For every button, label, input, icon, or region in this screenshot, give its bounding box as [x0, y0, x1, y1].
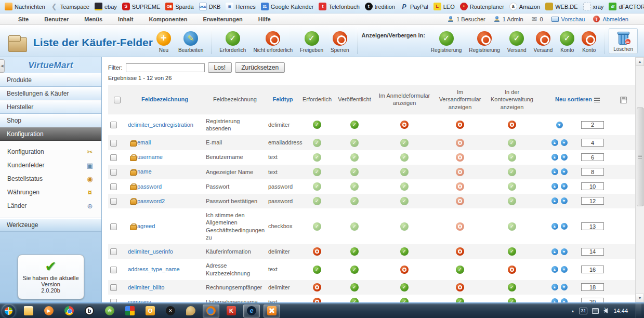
col-field[interactable]: Feldbezeichnung	[126, 85, 204, 114]
published-icon[interactable]	[400, 283, 409, 292]
bookmark-amazon[interactable]: aAmazon	[507, 2, 543, 11]
menu-inhalt[interactable]: Inhalt	[110, 16, 141, 22]
bookmark-google-kalender[interactable]: 31Google Kalender	[258, 2, 317, 11]
published-icon[interactable]	[313, 222, 321, 231]
toolbar-button-bearbeiten[interactable]: Bearbeiten	[175, 30, 207, 54]
order-input[interactable]	[581, 168, 604, 176]
row-checkbox[interactable]	[110, 248, 117, 255]
filter-input[interactable]	[126, 63, 205, 72]
taskbar-icon-emule[interactable]: e	[243, 304, 260, 317]
published-icon[interactable]	[400, 298, 409, 302]
published-icon[interactable]	[400, 197, 409, 205]
unpublished-icon[interactable]	[456, 283, 464, 292]
published-icon[interactable]	[508, 247, 516, 256]
bookmark-leo[interactable]: LLEO	[431, 2, 457, 11]
row-checkbox[interactable]	[110, 299, 117, 302]
toolbar-button-neu[interactable]: Neu	[153, 30, 175, 54]
order-input[interactable]	[581, 298, 604, 302]
published-icon[interactable]	[508, 182, 516, 191]
unpublished-icon[interactable]	[456, 139, 464, 147]
col-reorder[interactable]: Neu sortieren	[538, 85, 616, 114]
taskbar-icon-b-app[interactable]: b	[81, 304, 98, 317]
bookmark-ebay[interactable]: ebay	[92, 2, 120, 11]
row-checkbox[interactable]	[110, 198, 117, 205]
bookmark-xray[interactable]: xray	[581, 2, 607, 11]
sidebar-subitem-w-hrungen[interactable]: Währungen¤	[0, 186, 101, 199]
menu-site[interactable]: Site	[10, 16, 36, 22]
move-down-button[interactable]: ▼	[561, 284, 568, 290]
start-button[interactable]	[2, 304, 16, 318]
bookmark-routenplaner[interactable]: •Routenplaner	[457, 2, 507, 11]
taskbar-icon-explorer[interactable]	[20, 304, 37, 317]
bookmark-paypal[interactable]: PPayPal	[398, 2, 431, 11]
taskbar-icon-media-player[interactable]: ▶	[41, 304, 57, 317]
order-input[interactable]	[581, 153, 604, 161]
row-checkbox[interactable]	[110, 223, 117, 230]
published-icon[interactable]	[400, 153, 409, 162]
order-input[interactable]	[581, 197, 604, 205]
move-up-button[interactable]: ▲	[551, 248, 558, 255]
move-down-button[interactable]: ▼	[561, 298, 568, 302]
status-abmelden[interactable]: !Abmelden	[593, 16, 628, 22]
sidebar-item-produkte[interactable]: Produkte	[0, 73, 101, 87]
status-1-admin[interactable]: 1 Admin	[494, 16, 523, 22]
unpublished-icon[interactable]	[400, 121, 409, 129]
published-icon[interactable]	[350, 121, 359, 129]
move-down-button[interactable]: ▼	[556, 122, 563, 128]
move-down-button[interactable]: ▼	[561, 139, 568, 146]
menu-hilfe[interactable]: Hilfe	[251, 16, 279, 22]
toolbar-button-l-schen[interactable]: Löschen	[609, 28, 638, 54]
published-icon[interactable]	[350, 298, 359, 302]
published-icon[interactable]	[313, 182, 321, 191]
toolbar-button-versand[interactable]: Versand	[504, 30, 530, 54]
select-all-checkbox[interactable]	[114, 97, 121, 103]
taskbar-icon-chrome[interactable]	[61, 304, 77, 317]
unpublished-icon[interactable]	[456, 247, 464, 256]
field-link[interactable]: company	[128, 299, 151, 302]
unpublished-icon[interactable]	[456, 153, 464, 162]
bookmark-web-de[interactable]: WEB.DE	[543, 2, 580, 11]
toolbar-button-erforderlich[interactable]: Erforderlich	[216, 30, 249, 54]
sidebar-subitem-konfiguration[interactable]: Konfiguration✂	[0, 145, 101, 158]
toolbar-button-freigeben[interactable]: Freigeben	[296, 30, 327, 54]
taskbar-icon-k-app[interactable]: K	[223, 304, 240, 317]
unpublished-icon[interactable]	[508, 266, 516, 274]
published-icon[interactable]	[313, 168, 321, 176]
menu-benutzer[interactable]: Benutzer	[36, 16, 76, 22]
unpublished-icon[interactable]	[456, 168, 464, 176]
published-icon[interactable]	[313, 121, 321, 129]
bookmark-supreme[interactable]: SSUPREME	[120, 2, 163, 11]
move-down-button[interactable]: ▼	[561, 183, 568, 190]
published-icon[interactable]	[456, 298, 464, 302]
show-desktop-button[interactable]	[636, 303, 641, 318]
published-icon[interactable]	[350, 197, 359, 205]
field-link[interactable]: username	[137, 154, 163, 160]
unpublished-icon[interactable]	[313, 247, 321, 256]
sidebar-item-shop[interactable]: Shop	[0, 114, 101, 127]
filter-reset-button[interactable]: Zurücksetzen	[235, 62, 285, 73]
row-checkbox[interactable]	[110, 284, 117, 291]
published-icon[interactable]	[350, 153, 359, 162]
published-icon[interactable]	[313, 266, 321, 274]
published-icon[interactable]	[508, 153, 516, 162]
col-type[interactable]: Feldtyp	[266, 85, 299, 114]
published-icon[interactable]	[400, 182, 409, 191]
scroll-thumb[interactable]	[637, 108, 643, 206]
move-up-button[interactable]: ▲	[551, 298, 558, 302]
save-order-icon[interactable]	[620, 97, 627, 103]
scroll-down-arrow[interactable]: ▼	[636, 294, 644, 302]
taskbar-icon-firefox[interactable]	[203, 304, 219, 317]
unpublished-icon[interactable]	[313, 283, 321, 292]
taskbar-icon-x-app[interactable]: ✕	[162, 304, 179, 317]
bookmark-hermes[interactable]: ≡Hermes	[223, 2, 258, 11]
taskbar-icon-green-app[interactable]: ☘	[101, 304, 118, 317]
sidebar-item-bestellungen-k-ufer[interactable]: Bestellungen & Käufer	[0, 87, 101, 100]
sidebar-subitem-l-nder[interactable]: Länder⊕	[0, 199, 101, 213]
taskbar-icon-photo-app[interactable]	[122, 304, 138, 317]
published-icon[interactable]	[508, 222, 516, 231]
field-link[interactable]: password	[137, 183, 162, 190]
published-icon[interactable]	[400, 222, 409, 231]
row-checkbox[interactable]	[110, 122, 117, 128]
row-checkbox[interactable]	[110, 140, 117, 147]
row-checkbox[interactable]	[110, 183, 117, 190]
